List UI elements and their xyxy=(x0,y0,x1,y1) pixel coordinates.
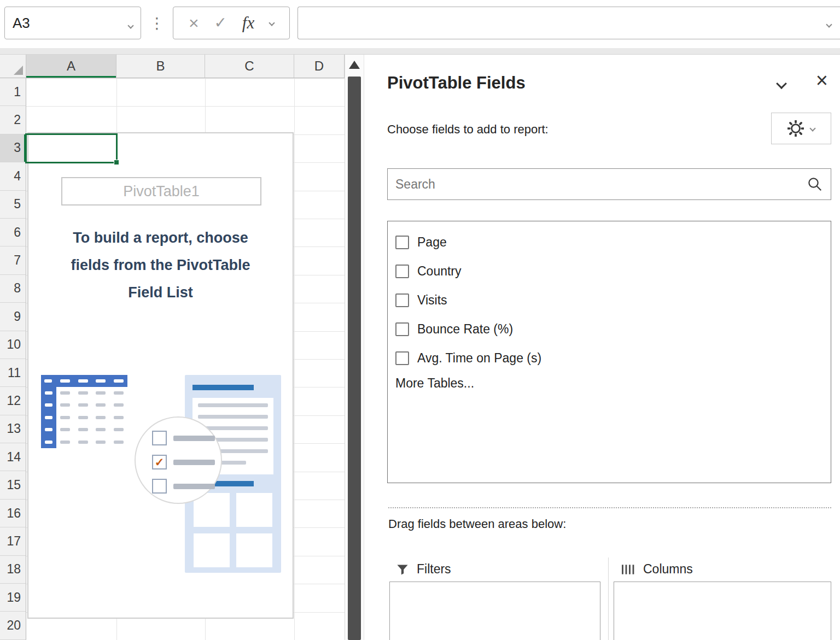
tools-button[interactable] xyxy=(771,113,831,144)
row-header-6[interactable]: 6 xyxy=(0,219,26,246)
row-header-1[interactable]: 1 xyxy=(0,78,26,106)
drag-hint: Drag fields between areas below: xyxy=(388,517,566,531)
illustration-dash xyxy=(198,415,268,419)
illustration-dash xyxy=(60,403,70,407)
excel-window: A3 ⋮ × ✓ fx ABCD 12345678910111213141516… xyxy=(0,0,840,640)
row-header-2[interactable]: 2 xyxy=(0,106,26,134)
field-checkbox[interactable] xyxy=(395,265,409,278)
illustration-dash xyxy=(114,428,124,431)
illustration-dash xyxy=(60,416,70,419)
check-glyph: ✓ xyxy=(155,456,165,469)
toolbar-separator xyxy=(0,48,840,55)
field-item[interactable]: Page xyxy=(395,228,823,257)
select-all-corner[interactable] xyxy=(0,55,26,78)
columns-area-header: Columns xyxy=(621,562,693,577)
close-icon[interactable]: × xyxy=(816,70,828,91)
row-header-13[interactable]: 13 xyxy=(0,415,26,443)
row-header-9[interactable]: 9 xyxy=(0,303,26,331)
vertical-scrollbar[interactable] xyxy=(345,55,364,640)
field-label: Avg. Time on Page (s) xyxy=(417,351,541,366)
search-box[interactable] xyxy=(387,168,831,200)
doc-square xyxy=(236,533,272,567)
row-header-20[interactable]: 20 xyxy=(0,612,26,639)
magnifier-checklist: ✓ xyxy=(135,416,222,504)
name-box[interactable]: A3 xyxy=(4,7,141,39)
fields-box: PageCountryVisitsBounce Rate (%)Avg. Tim… xyxy=(387,221,831,483)
search-icon[interactable] xyxy=(807,176,823,192)
scroll-up-arrow-icon[interactable] xyxy=(349,61,360,69)
table-illustration xyxy=(41,375,127,448)
filters-drop-zone[interactable] xyxy=(389,582,600,640)
illustration-dash xyxy=(60,379,70,383)
row-header-10[interactable]: 10 xyxy=(0,331,26,359)
illustration-dash xyxy=(45,416,52,419)
areas-divider xyxy=(608,557,609,640)
enter-icon[interactable]: ✓ xyxy=(214,15,226,31)
fx-chevron-icon[interactable] xyxy=(269,20,275,26)
row-header-14[interactable]: 14 xyxy=(0,443,26,471)
cells-area[interactable]: PivotTable1 To build a report, choose fi… xyxy=(26,78,345,640)
name-box-chevron-icon[interactable] xyxy=(129,15,133,32)
illustration-dash xyxy=(114,416,124,419)
checklist-row: ✓ xyxy=(152,455,221,469)
checklist-bar xyxy=(173,436,215,441)
dotted-separator xyxy=(388,507,831,508)
column-header-b[interactable]: B xyxy=(116,55,205,78)
columns-icon xyxy=(621,563,635,576)
illustration-dash xyxy=(60,441,70,444)
row-header-19[interactable]: 19 xyxy=(0,584,26,612)
row-header-4[interactable]: 4 xyxy=(0,162,26,190)
row-header-3[interactable]: 3 xyxy=(0,134,26,162)
scrollbar-thumb[interactable] xyxy=(348,77,361,640)
illustration-dash xyxy=(78,441,88,444)
more-tables-link[interactable]: More Tables... xyxy=(395,376,823,391)
field-item[interactable]: Bounce Rate (%) xyxy=(395,315,823,344)
row-header-17[interactable]: 17 xyxy=(0,527,26,555)
field-checkbox[interactable] xyxy=(395,293,409,307)
row-header-7[interactable]: 7 xyxy=(0,246,26,274)
row-header-16[interactable]: 16 xyxy=(0,500,26,527)
columns-drop-zone[interactable] xyxy=(614,582,831,640)
formula-expand-chevron-icon[interactable] xyxy=(827,19,831,29)
illustration-dash xyxy=(96,441,106,444)
field-item[interactable]: Country xyxy=(395,257,823,286)
row-header-11[interactable]: 11 xyxy=(0,359,26,387)
illustration-dash xyxy=(60,428,70,431)
active-cell-selection[interactable] xyxy=(25,133,118,163)
illustration-dash xyxy=(96,416,106,419)
column-header-c[interactable]: C xyxy=(205,55,294,78)
pane-title: PivotTable Fields xyxy=(387,73,526,93)
illustration-dash xyxy=(78,391,88,395)
checked-checkbox-icon: ✓ xyxy=(152,455,167,469)
checklist-row xyxy=(152,431,221,445)
fill-handle[interactable] xyxy=(114,160,119,165)
cancel-icon[interactable]: × xyxy=(189,14,199,32)
field-checkbox[interactable] xyxy=(395,236,409,249)
illustration-dash xyxy=(96,428,106,431)
message-line: Field List xyxy=(34,279,287,306)
insert-function-icon[interactable]: fx xyxy=(242,13,254,33)
illustration-dash xyxy=(96,391,106,395)
illustration-dash xyxy=(45,391,52,395)
row-header-15[interactable]: 15 xyxy=(0,471,26,499)
field-item[interactable]: Avg. Time on Page (s) xyxy=(395,344,823,373)
illustration-dash xyxy=(45,441,52,444)
pane-chevron-icon[interactable] xyxy=(778,80,785,90)
field-checkbox[interactable] xyxy=(395,351,409,365)
checkbox-icon xyxy=(152,431,167,445)
search-input[interactable] xyxy=(395,177,807,192)
field-item[interactable]: Visits xyxy=(395,286,823,315)
formula-input[interactable] xyxy=(298,7,840,39)
column-header-a[interactable]: A xyxy=(26,55,116,78)
more-dots-icon[interactable]: ⋮ xyxy=(149,7,165,39)
row-header-8[interactable]: 8 xyxy=(0,275,26,303)
field-label: Visits xyxy=(417,293,447,308)
illustration-dash xyxy=(198,403,268,407)
row-header-12[interactable]: 12 xyxy=(0,387,26,415)
row-header-18[interactable]: 18 xyxy=(0,556,26,584)
column-header-d[interactable]: D xyxy=(294,55,345,78)
field-label: Bounce Rate (%) xyxy=(417,322,513,337)
field-checkbox[interactable] xyxy=(395,322,409,336)
field-label: Country xyxy=(417,264,462,279)
row-header-5[interactable]: 5 xyxy=(0,191,26,219)
